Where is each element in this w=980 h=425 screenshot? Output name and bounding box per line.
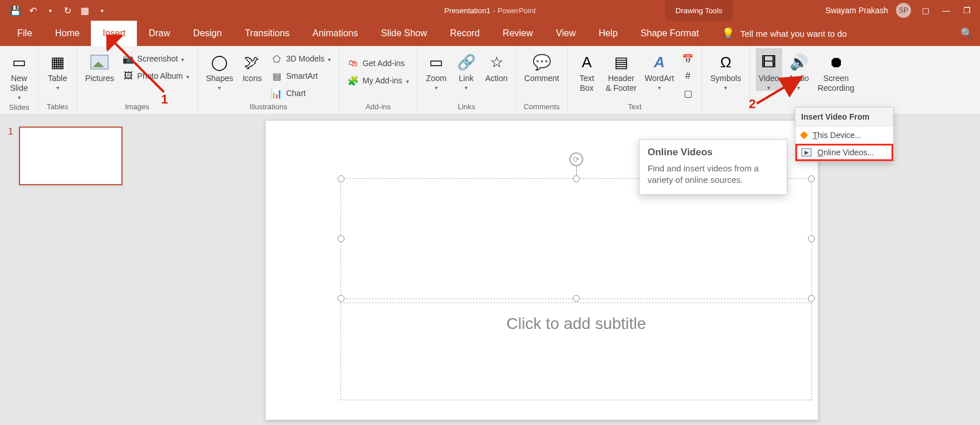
tab-file[interactable]: File (6, 21, 44, 46)
cube-icon: ⬠ (271, 53, 282, 64)
zoom-button[interactable]: ▭ Zoom ▾ (423, 48, 450, 91)
restore-icon[interactable]: ❐ (960, 4, 973, 17)
group-label-links: Links (423, 100, 510, 114)
group-label-images: Images (83, 100, 192, 114)
menu-item-label: Online Videos... (817, 148, 874, 157)
chevron-down-icon: ▾ (181, 56, 184, 63)
quick-access-toolbar: 💾 ↶ ▾ ↻ ▦ ▾ (0, 5, 107, 16)
tell-me-search[interactable]: 💡 Tell me what you want to do (722, 21, 847, 46)
resize-handle[interactable] (808, 235, 815, 242)
resize-handle[interactable] (573, 175, 580, 182)
my-addins-button[interactable]: 🧩 My Add-ins ▾ (345, 74, 411, 87)
header-footer-button[interactable]: ▤ Header & Footer (603, 48, 639, 93)
undo-icon[interactable]: ↶ (28, 5, 38, 16)
slide-thumbnail-1[interactable] (19, 127, 122, 185)
chart-button[interactable]: 📊 Chart (269, 86, 333, 100)
object-button[interactable]: ▢ (680, 86, 696, 100)
tab-slideshow[interactable]: Slide Show (369, 21, 438, 46)
icons-icon: 🕊 (242, 52, 262, 72)
chart-icon: 📊 (271, 87, 282, 99)
ribbon-display-icon[interactable]: ▢ (919, 4, 932, 17)
tab-transitions[interactable]: Transitions (233, 21, 301, 46)
group-text: A Text Box ▤ Header & Footer A WordArt ▾… (568, 46, 702, 114)
screenshot-button[interactable]: 📷 Screenshot ▾ (120, 52, 192, 66)
start-from-beginning-icon[interactable]: ▦ (79, 5, 90, 16)
tab-help[interactable]: Help (587, 21, 629, 46)
resize-handle[interactable] (573, 295, 580, 302)
pictures-icon (89, 52, 110, 72)
zoom-icon: ▭ (426, 52, 447, 72)
undo-more-icon[interactable]: ▾ (45, 5, 55, 16)
text-box-button[interactable]: A Text Box (573, 48, 600, 93)
tooltip-online-videos: Online Videos Find and insert videos fro… (639, 139, 787, 195)
comment-icon: 💬 (531, 52, 552, 72)
menu-item-this-device[interactable]: This Device... (795, 127, 893, 144)
user-avatar[interactable]: SP (896, 3, 911, 18)
comment-button[interactable]: 💬 Comment (522, 48, 562, 83)
title-placeholder[interactable]: ⟳ (340, 178, 812, 299)
group-label-illustrations: Illustrations (204, 100, 333, 114)
smartart-button[interactable]: ▤ SmartArt (269, 69, 333, 83)
ribbon: ▭ New Slide ▾ Slides ▦ Table ▾ Tables Pi… (0, 46, 980, 115)
chevron-down-icon: ▾ (406, 78, 409, 85)
wordart-button[interactable]: A WordArt ▾ (642, 48, 676, 91)
link-icon: 🔗 (456, 52, 477, 72)
tab-draw[interactable]: Draw (137, 21, 181, 46)
shapes-button[interactable]: ◯ Shapes ▾ (204, 48, 235, 91)
date-icon: 📅 (682, 53, 694, 64)
group-addins: 🛍 Get Add-ins 🧩 My Add-ins ▾ Add-ins (339, 46, 417, 114)
resize-handle[interactable] (808, 175, 815, 182)
3d-models-button[interactable]: ⬠ 3D Models ▾ (269, 52, 333, 66)
pictures-button[interactable]: Pictures (83, 48, 117, 83)
new-slide-button[interactable]: ▭ New Slide ▾ (6, 48, 32, 101)
tab-insert[interactable]: Insert (91, 21, 137, 46)
tab-animations[interactable]: Animations (301, 21, 369, 46)
rotate-handle[interactable]: ⟳ (569, 152, 583, 166)
title-separator: - (493, 6, 495, 15)
menu-item-label: This Device... (813, 131, 862, 140)
tab-view[interactable]: View (545, 21, 587, 46)
tab-shape-format[interactable]: Shape Format (629, 21, 710, 46)
user-name[interactable]: Swayam Prakash (825, 6, 888, 15)
icons-button[interactable]: 🕊 Icons (239, 48, 265, 83)
menu-item-online-videos[interactable]: ▶ Online Videos... (795, 144, 893, 161)
qat-customize-icon[interactable]: ▾ (97, 5, 107, 16)
screenshot-icon: 📷 (122, 53, 134, 64)
screen-recording-button[interactable]: ⏺ Screen Recording (816, 48, 857, 93)
action-button[interactable]: ☆ Action (483, 48, 510, 83)
group-illustrations: ◯ Shapes ▾ 🕊 Icons ⬠ 3D Models ▾ ▤ Smart… (198, 46, 339, 114)
slide-thumbnails-pane[interactable]: 1 (0, 115, 132, 425)
photo-album-button[interactable]: 🖼 Photo Album ▾ (120, 69, 192, 83)
group-slides: ▭ New Slide ▾ Slides (0, 46, 39, 114)
minimize-icon[interactable]: — (940, 4, 952, 17)
audio-button[interactable]: 🔊 Audio ▾ (786, 48, 812, 91)
store-icon: 🛍 (347, 58, 359, 69)
table-icon: ▦ (47, 52, 68, 72)
tab-design[interactable]: Design (182, 21, 233, 46)
subtitle-placeholder[interactable]: Click to add subtitle (340, 303, 812, 400)
tab-review[interactable]: Review (491, 21, 544, 46)
video-icon: 🎞 (759, 52, 779, 72)
resize-handle[interactable] (808, 295, 815, 302)
annotation-number-1: 1 (161, 92, 168, 107)
search-icon[interactable]: 🔍 (960, 21, 980, 46)
resize-handle[interactable] (338, 175, 344, 182)
video-button[interactable]: 🎞 Video ▾ (756, 48, 782, 91)
ribbon-tabs: File Home Insert Draw Design Transitions… (0, 21, 980, 46)
object-icon: ▢ (682, 87, 694, 99)
action-icon: ☆ (486, 52, 507, 72)
resize-handle[interactable] (338, 295, 344, 302)
shapes-icon: ◯ (209, 52, 230, 72)
redo-icon[interactable]: ↻ (62, 5, 72, 16)
thumbnail-row[interactable]: 1 (8, 127, 124, 185)
date-time-button[interactable]: 📅 (680, 52, 696, 66)
table-button[interactable]: ▦ Table ▾ (44, 48, 71, 91)
symbols-button[interactable]: Ω Symbols ▾ (708, 48, 744, 91)
tab-record[interactable]: Record (439, 21, 492, 46)
get-addins-button[interactable]: 🛍 Get Add-ins (345, 56, 411, 70)
slide-number-button[interactable]: # (680, 69, 696, 83)
tab-home[interactable]: Home (44, 21, 91, 46)
resize-handle[interactable] (338, 235, 344, 242)
link-button[interactable]: 🔗 Link ▾ (453, 48, 480, 91)
save-icon[interactable]: 💾 (10, 5, 21, 16)
